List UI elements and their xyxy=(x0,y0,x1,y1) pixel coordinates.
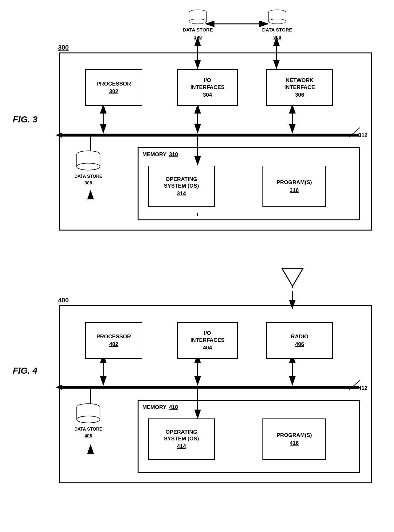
svg-line-43 xyxy=(349,380,360,390)
fig4-processor-num: 402 xyxy=(109,341,118,348)
fig4-radio-num: 406 xyxy=(295,341,304,348)
fig4-programs-num: 416 xyxy=(290,440,299,446)
fig4-processor: PROCESSOR 402 xyxy=(85,322,142,359)
fig4-memory-label-row: MEMORY 410 xyxy=(142,404,178,411)
fig3-io-num: 304 xyxy=(203,92,212,98)
fig3-system-box: 300 312 PROCESSOR 302 I/OINTERFACES 304 … xyxy=(59,52,372,231)
svg-point-48 xyxy=(77,416,100,423)
fig4-ds-bottom-label: DATA STORE xyxy=(74,426,102,432)
fig4-io-label: I/OINTERFACES xyxy=(190,330,225,343)
fig3-ds-top2-num: 308 xyxy=(273,34,281,40)
fig4-processor-label: PROCESSOR xyxy=(97,333,131,340)
page: { "fig3": { "label": "FIG. 3", "system_n… xyxy=(0,0,394,532)
fig3-os-label: OPERATINGSYSTEM (OS) xyxy=(164,176,199,190)
fig3-memory-box: MEMORY 310 OPERATINGSYSTEM (OS) 314 PROG… xyxy=(138,147,360,220)
fig3-processor: PROCESSOR 302 xyxy=(85,69,142,106)
fig3-label: FIG. 3 xyxy=(13,114,37,125)
fig4-memory-num: 410 xyxy=(169,404,178,411)
fig3-os-num: 314 xyxy=(177,190,186,197)
fig3-ds-top1-num: 308 xyxy=(194,34,202,40)
fig3-memory-num: 310 xyxy=(169,151,178,158)
fig3-programs: PROGRAM(S) 316 xyxy=(262,166,326,207)
fig4-system-box: 400 412 PROCESSOR 402 I/OINTERFACES 404 … xyxy=(59,305,372,483)
fig3-io-label: I/OINTERFACES xyxy=(190,77,225,91)
fig3-ds-bottom-num: 308 xyxy=(85,180,92,185)
fig3-os: OPERATINGSYSTEM (OS) 314 xyxy=(148,166,215,207)
fig4-os-label: OPERATINGSYSTEM (OS) xyxy=(164,429,199,442)
fig3-datastore-bottom: DATA STORE 308 xyxy=(69,150,107,185)
fig4-antenna xyxy=(281,267,304,289)
fig3-memory-label: MEMORY xyxy=(142,151,166,158)
fig3-ds-top1-label: DATA STORE xyxy=(183,27,213,33)
fig4-os-num: 414 xyxy=(177,443,186,450)
svg-point-40 xyxy=(77,163,100,170)
fig3-system-num: 300 xyxy=(58,44,69,51)
svg-point-29 xyxy=(189,19,207,24)
fig3-datastore-top1: DATA STORE 308 xyxy=(178,10,218,40)
fig4-io-interfaces: I/OINTERFACES 404 xyxy=(177,322,238,359)
fig3-processor-label: PROCESSOR xyxy=(97,80,131,87)
svg-marker-41 xyxy=(282,269,303,286)
fig4-io-num: 404 xyxy=(203,345,212,351)
fig3-network-interface: NETWORKINTERFACE 306 xyxy=(266,69,333,106)
fig4-radio-label: RADIO xyxy=(291,333,309,340)
fig4-ds-bottom-num: 408 xyxy=(85,433,92,438)
fig4-memory-label: MEMORY xyxy=(142,404,166,411)
fig3-ds-bottom-label: DATA STORE xyxy=(74,174,102,179)
fig4-memory-box: MEMORY 410 OPERATINGSYSTEM (OS) 414 PROG… xyxy=(138,400,360,473)
fig3-programs-label: PROGRAM(S) xyxy=(276,179,312,186)
fig3-processor-num: 302 xyxy=(109,88,118,95)
fig3-ni-num: 306 xyxy=(295,92,304,98)
fig4-datastore-bottom: DATA STORE 408 xyxy=(69,403,107,438)
fig4-os: OPERATINGSYSTEM (OS) 414 xyxy=(148,418,215,460)
fig3-datastore-top2: DATA STORE 308 xyxy=(257,10,297,40)
fig3-programs-num: 316 xyxy=(290,187,299,194)
fig3-ds-top2-label: DATA STORE xyxy=(262,27,292,33)
fig4-programs-label: PROGRAM(S) xyxy=(276,432,312,439)
fig4-programs: PROGRAM(S) 416 xyxy=(262,418,326,460)
fig4-radio: RADIO 406 xyxy=(266,322,333,359)
fig3-ni-label: NETWORKINTERFACE xyxy=(284,77,315,91)
fig3-memory-label-row: MEMORY 310 xyxy=(142,151,178,158)
fig3-io-interfaces: I/OINTERFACES 304 xyxy=(177,69,238,106)
svg-line-35 xyxy=(349,128,360,137)
fig4-system-num: 400 xyxy=(58,297,69,304)
fig4-label: FIG. 4 xyxy=(13,366,37,376)
svg-point-34 xyxy=(268,19,286,24)
